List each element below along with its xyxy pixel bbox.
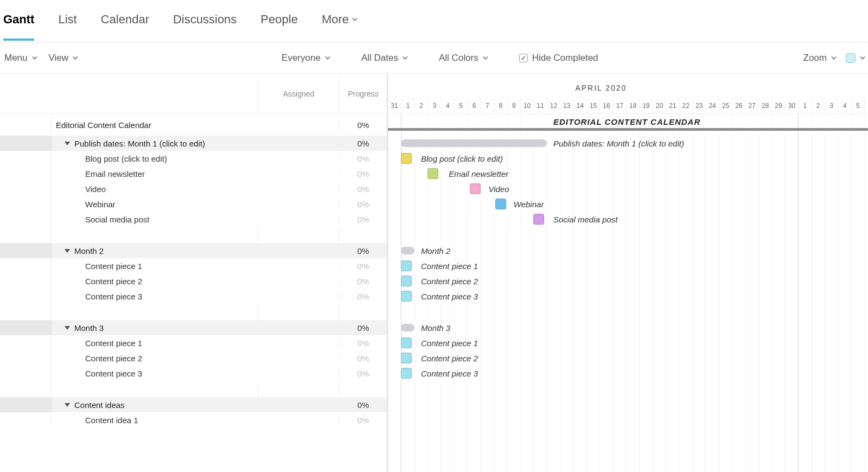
date-cell[interactable]: 13 <box>560 98 573 113</box>
progress-cell[interactable]: 0% <box>339 292 387 301</box>
gantt-row[interactable]: Month 2 <box>388 243 868 258</box>
task-row[interactable]: Content piece 20% <box>0 350 387 366</box>
tab-discussions[interactable]: Discussions <box>173 12 237 41</box>
task-label[interactable]: Content piece 2 <box>52 354 258 363</box>
progress-cell[interactable]: 0% <box>339 369 387 378</box>
date-cell[interactable]: 17 <box>613 98 626 113</box>
gantt-row[interactable]: Content piece 3 <box>388 366 868 381</box>
gantt-row[interactable]: Content piece 2 <box>388 273 868 289</box>
task-label[interactable]: Editorial Content Calendar <box>52 120 258 130</box>
task-label[interactable]: Month 2 <box>52 246 258 256</box>
gantt-row[interactable] <box>388 397 868 412</box>
date-cell[interactable]: 27 <box>745 98 758 113</box>
task-group-row[interactable]: Content ideas0% <box>0 397 387 412</box>
tab-list[interactable]: List <box>58 12 76 41</box>
task-bar[interactable] <box>401 260 412 271</box>
progress-cell[interactable]: 0% <box>339 184 387 194</box>
gantt-row[interactable]: Content piece 3 <box>388 289 868 304</box>
task-row[interactable]: Content piece 30% <box>0 289 387 304</box>
project-summary-bar[interactable] <box>388 128 868 131</box>
task-row[interactable]: Content idea 10% <box>0 412 387 428</box>
task-label[interactable]: Month 3 <box>52 323 258 333</box>
task-label[interactable]: Content piece 3 <box>52 369 258 378</box>
task-bar[interactable] <box>427 168 438 179</box>
date-cell[interactable]: 18 <box>626 98 639 113</box>
zoom-dropdown[interactable]: Zoom <box>803 53 835 63</box>
progress-cell[interactable]: 0% <box>339 400 387 410</box>
date-cell[interactable]: 15 <box>586 98 599 113</box>
date-cell[interactable]: 5 <box>851 98 864 113</box>
date-cell[interactable]: 19 <box>639 98 652 113</box>
gantt-row[interactable]: Publish dates: Month 1 (click to edit) <box>388 136 868 151</box>
hide-completed-toggle[interactable]: Hide Completed <box>519 53 598 63</box>
date-cell[interactable]: 20 <box>653 98 666 113</box>
task-row[interactable]: Content piece 20% <box>0 273 387 289</box>
gantt-row[interactable]: Blog post (click to edit) <box>388 151 868 166</box>
group-summary-bar[interactable] <box>401 247 414 254</box>
view-dropdown[interactable]: View <box>49 53 77 63</box>
date-cell[interactable]: 28 <box>758 98 771 113</box>
date-cell[interactable]: 1 <box>798 98 811 113</box>
gantt-row[interactable]: Content piece 1 <box>388 335 868 350</box>
task-bar[interactable] <box>401 276 412 286</box>
progress-cell[interactable]: 0% <box>339 416 387 425</box>
date-cell[interactable]: 23 <box>692 98 705 113</box>
date-cell[interactable]: 30 <box>785 98 798 113</box>
gantt-row[interactable]: Content piece 2 <box>388 350 868 366</box>
tab-more[interactable]: More <box>322 12 356 41</box>
collapse-icon[interactable] <box>65 326 70 330</box>
progress-cell[interactable]: 0% <box>339 215 387 224</box>
task-bar[interactable] <box>470 183 481 194</box>
project-title-row[interactable]: Editorial Content Calendar0% <box>0 114 387 136</box>
gantt-row[interactable]: Content piece 1 <box>388 258 868 273</box>
timeline-body[interactable]: EDITORIAL CONTENT CALENDARPublish dates:… <box>388 114 868 472</box>
task-bar[interactable] <box>533 214 544 225</box>
date-cell[interactable]: 26 <box>732 98 745 113</box>
date-cell[interactable]: 22 <box>679 98 692 113</box>
task-bar[interactable] <box>401 337 412 348</box>
date-cell[interactable]: 25 <box>719 98 732 113</box>
color-toggle[interactable] <box>846 53 864 63</box>
tab-gantt[interactable]: Gantt <box>3 12 34 41</box>
collapse-icon[interactable] <box>65 403 70 407</box>
date-cell[interactable]: 9 <box>507 98 520 113</box>
collapse-icon[interactable] <box>65 249 70 253</box>
task-bar[interactable] <box>401 291 412 302</box>
date-cell[interactable]: 6 <box>467 98 480 113</box>
gantt-row[interactable]: Video <box>388 181 868 196</box>
task-label[interactable]: Email newsletter <box>52 169 258 178</box>
date-cell[interactable]: 1 <box>401 98 414 113</box>
date-cell[interactable]: 6 <box>864 98 868 113</box>
tab-people[interactable]: People <box>260 12 298 41</box>
group-summary-bar[interactable] <box>401 324 414 331</box>
progress-cell[interactable]: 0% <box>339 200 387 209</box>
progress-cell[interactable]: 0% <box>339 154 387 163</box>
gantt-row[interactable]: EDITORIAL CONTENT CALENDAR <box>388 114 868 136</box>
task-label[interactable]: Content ideas <box>52 400 258 410</box>
task-bar[interactable] <box>401 153 412 164</box>
date-cell[interactable]: 24 <box>705 98 718 113</box>
progress-cell[interactable]: 0% <box>339 120 387 130</box>
date-cell[interactable]: 14 <box>573 98 586 113</box>
tab-calendar[interactable]: Calendar <box>101 12 149 41</box>
timeline-pane[interactable]: APRIL 2020 M 311234567891011121314151617… <box>388 74 868 472</box>
date-cell[interactable]: 7 <box>481 98 494 113</box>
task-row[interactable]: Social media post0% <box>0 212 387 227</box>
task-group-row[interactable]: Publish dates: Month 1 (click to edit)0% <box>0 136 387 151</box>
filter-colors[interactable]: All Colors <box>439 53 487 63</box>
task-label[interactable]: Social media post <box>52 215 258 224</box>
date-cell[interactable]: 10 <box>520 98 533 113</box>
col-header-assigned[interactable]: Assigned <box>258 74 339 113</box>
task-bar[interactable] <box>401 368 412 379</box>
task-label[interactable]: Webinar <box>52 200 258 209</box>
gantt-row[interactable]: Month 3 <box>388 320 868 335</box>
date-cell[interactable]: 2 <box>812 98 825 113</box>
date-cell[interactable]: 12 <box>547 98 560 113</box>
filter-assignee[interactable]: Everyone <box>282 53 329 63</box>
task-label[interactable]: Content piece 1 <box>52 339 258 348</box>
task-row[interactable]: Content piece 10% <box>0 258 387 273</box>
task-row[interactable]: Content piece 10% <box>0 335 387 350</box>
date-cell[interactable]: 29 <box>771 98 784 113</box>
task-bar[interactable] <box>401 353 412 363</box>
menu-dropdown[interactable]: Menu <box>4 53 36 63</box>
